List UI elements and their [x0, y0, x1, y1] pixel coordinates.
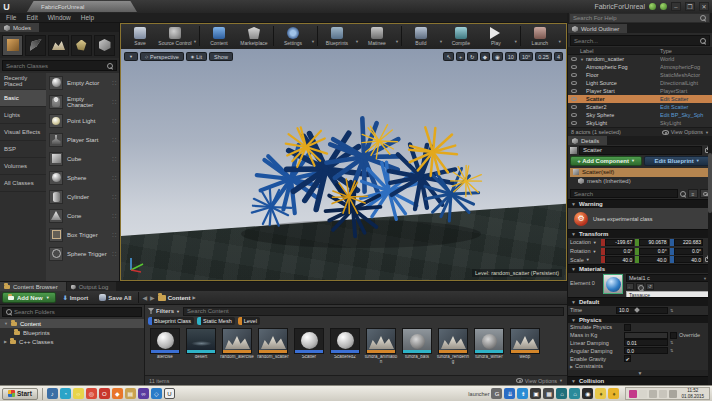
launcher-icon-arrows2[interactable]: ⇟ — [517, 388, 528, 399]
asset-tile[interactable]: tundra_rendering — [436, 328, 470, 373]
outliner-row[interactable]: Light SourceDirectionalLight — [568, 79, 712, 87]
filters-button[interactable]: Filters▼ — [148, 308, 180, 314]
select-tool-button[interactable]: ↖ — [443, 52, 454, 61]
chevron-down-icon[interactable]: ▼ — [558, 39, 562, 44]
visibility-eye-icon[interactable] — [571, 73, 577, 77]
use-asset-button[interactable]: ← — [626, 283, 634, 290]
search-folders-input[interactable]: Search Folders — [2, 307, 142, 317]
rotate-tool-button[interactable]: ↻ — [467, 52, 478, 61]
place-item-box-trigger[interactable]: Box Trigger∷ — [46, 225, 119, 244]
show-flags-button[interactable]: Show — [209, 52, 233, 61]
drag-grip-icon[interactable]: ∷ — [112, 212, 116, 219]
build-button[interactable]: Build — [404, 25, 438, 48]
breadcrumb[interactable]: Content ▶ — [158, 295, 196, 301]
asset-tile[interactable]: random_scatter — [256, 328, 290, 373]
taskbar-app-icon-ue-crash[interactable]: ◆ — [112, 388, 123, 399]
section-materials[interactable]: ▼Materials — [568, 264, 712, 273]
simulate-physics-checkbox[interactable] — [624, 324, 631, 331]
launcher-icon-arrows1[interactable]: ⇊ — [504, 388, 515, 399]
3d-viewport[interactable]: ▼ ◇Perspective ◉Lit Show ↖ + ↻ ◆ ◉ 10 10… — [121, 49, 566, 280]
section-default[interactable]: ▼Default — [568, 297, 712, 306]
search-content-input[interactable]: Search Content — [183, 307, 564, 316]
camera-speed-button[interactable]: 4 — [554, 52, 563, 61]
taskbar-app-icon-weather[interactable]: ☼ — [73, 388, 84, 399]
blueprints-button[interactable]: Blueprints — [320, 25, 354, 48]
place-item-cone[interactable]: Cone∷ — [46, 206, 119, 225]
world-outliner-tab[interactable]: World Outliner — [568, 24, 627, 33]
mass-input[interactable] — [624, 332, 668, 339]
drag-grip-icon[interactable]: ∷ — [112, 250, 116, 257]
category-volumes[interactable]: Volumes — [0, 158, 46, 175]
tray-flag-icon[interactable] — [629, 390, 637, 398]
category-visual-effects[interactable]: Visual Effects — [0, 124, 46, 141]
visibility-eye-icon[interactable] — [571, 57, 577, 61]
scale-y-field[interactable]: 40.0 — [635, 256, 668, 263]
menu-edit[interactable]: Edit — [26, 14, 37, 21]
place-item-empty-actor[interactable]: Empty Actor∷ — [46, 73, 119, 92]
minimize-button[interactable]: – — [671, 2, 681, 11]
asset-tile[interactable]: atercise — [148, 328, 182, 373]
menu-window[interactable]: Window — [48, 14, 71, 21]
launcher-icon-dark1[interactable]: ▣ — [530, 388, 541, 399]
taskbar-app-icon-opera[interactable]: O — [99, 388, 110, 399]
visibility-eye-icon[interactable] — [571, 89, 577, 93]
location-x-field[interactable]: -199.67 — [601, 239, 634, 246]
chevron-down-icon[interactable]: ▼ — [193, 39, 197, 44]
move-tool-button[interactable]: + — [456, 52, 465, 61]
visibility-eye-icon[interactable] — [571, 97, 577, 101]
taskbar-app-icon-diamond[interactable]: ◇ — [151, 388, 162, 399]
launcher-icon-globe[interactable]: ◉ — [582, 388, 593, 399]
place-item-sphere-trigger[interactable]: Sphere Trigger∷ — [46, 244, 119, 263]
place-item-cube[interactable]: Cube∷ — [46, 149, 119, 168]
menu-file[interactable]: File — [6, 14, 16, 21]
landscape-mode-button[interactable] — [48, 35, 69, 56]
slider-knob[interactable] — [634, 307, 640, 313]
drag-grip-icon[interactable]: ∷ — [112, 174, 116, 181]
source-control-button[interactable]: Source Control — [158, 25, 192, 48]
drag-grip-icon[interactable]: ∷ — [112, 98, 116, 105]
chevron-down-icon[interactable]: ▼ — [355, 39, 359, 44]
visibility-eye-icon[interactable] — [571, 121, 577, 125]
rotation-y-field[interactable]: 0.0° — [635, 248, 668, 255]
modes-tab[interactable]: Modes — [0, 23, 39, 32]
column-label[interactable]: Label — [568, 48, 660, 54]
chevron-down-icon[interactable]: ▼ — [439, 39, 443, 44]
asset-tile[interactable]: tundra_animation — [364, 328, 398, 373]
drag-grip-icon[interactable]: ∷ — [112, 231, 116, 238]
location-y-field[interactable]: 90.0678 — [635, 239, 668, 246]
feedback-positive-icon[interactable] — [649, 3, 656, 10]
drag-grip-icon[interactable]: ∷ — [112, 79, 116, 86]
matinee-button[interactable]: Matinee — [360, 25, 394, 48]
maximize-button[interactable]: ❒ — [685, 2, 695, 11]
scale-x-field[interactable]: 40.0 — [601, 256, 634, 263]
save-all-button[interactable]: Save All — [95, 292, 135, 303]
outliner-row[interactable]: Sky SphereEdit BP_Sky_Sph — [568, 111, 712, 119]
scale-tool-button[interactable]: ◆ — [480, 52, 490, 61]
add-new-button[interactable]: Add New▼ — [2, 292, 56, 303]
geometry-mode-button[interactable] — [94, 35, 115, 56]
place-item-cylinder[interactable]: Cylinder∷ — [46, 187, 119, 206]
outliner-row[interactable]: FloorStaticMeshActor — [568, 71, 712, 79]
visibility-eye-icon[interactable] — [571, 81, 577, 85]
taskbar-app-icon-folder[interactable]: ▤ — [125, 388, 136, 399]
component-root-row[interactable]: Scatter(self) — [570, 168, 710, 177]
asset-tile[interactable]: desert — [184, 328, 218, 373]
asset-tile[interactable]: tundra_bats — [400, 328, 434, 373]
scale-z-field[interactable]: 40.0 — [670, 256, 703, 263]
launcher-icon-house2[interactable]: ⌂ — [569, 388, 580, 399]
drag-grip-icon[interactable]: ∷ — [112, 117, 116, 124]
drag-grip-icon[interactable]: ∷ — [112, 193, 116, 200]
material-thumbnail[interactable] — [603, 274, 623, 294]
mass-override-checkbox[interactable] — [670, 332, 677, 339]
compile-button[interactable]: Compile — [444, 25, 478, 48]
launcher-icon-dark2[interactable]: ▦ — [543, 388, 554, 399]
close-button[interactable]: ✕ — [699, 2, 709, 11]
taskbar-app-icon-vs[interactable]: ∞ — [138, 388, 149, 399]
taskbar-app-icon-chrome[interactable]: ◎ — [86, 388, 97, 399]
outliner-row-selected[interactable]: ScatterEdit Scatter — [568, 95, 712, 103]
column-type[interactable]: Type — [660, 48, 712, 54]
filter-chip-level[interactable]: Level — [238, 317, 260, 325]
asset-tile[interactable]: random_atercise — [220, 328, 254, 373]
scale-snap-toggle[interactable]: 0.25 — [535, 52, 552, 61]
launcher-icon-gold2[interactable]: ♦ — [608, 388, 619, 399]
